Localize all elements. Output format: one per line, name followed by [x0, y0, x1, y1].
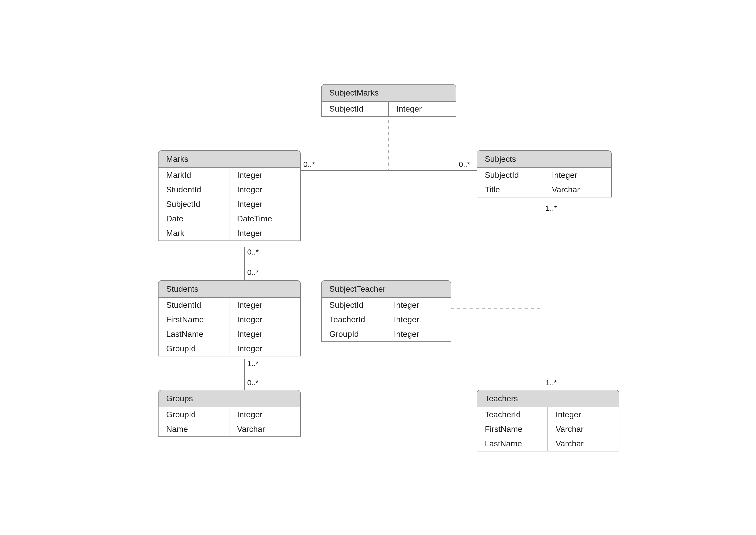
entity-subjectteacher[interactable]: SubjectTeacher SubjectId Integer Teacher… [321, 280, 451, 342]
field-type: Integer [386, 312, 451, 327]
field-type: Integer [548, 408, 619, 422]
field-name: LastName [477, 436, 548, 451]
entity-subjects[interactable]: Subjects SubjectId Integer Title Varchar [477, 150, 612, 197]
er-diagram-canvas: SubjectMarks SubjectId Integer Marks Mar… [0, 0, 756, 535]
field-type: DateTime [229, 211, 300, 226]
field-name: Date [159, 211, 229, 226]
entity-teachers-title: Teachers [477, 390, 619, 408]
table-row: StudentId Integer [159, 298, 300, 312]
entity-subjectteacher-body: SubjectId Integer TeacherId Integer Grou… [322, 298, 451, 341]
mult-subjects-bottom: 1..* [545, 204, 557, 212]
connectors-layer [0, 0, 756, 535]
field-name: GroupId [159, 341, 229, 356]
field-name: StudentId [159, 183, 229, 197]
field-name: GroupId [322, 327, 386, 341]
table-row: FirstName Varchar [477, 422, 619, 436]
field-type: Integer [229, 197, 300, 211]
field-type: Integer [229, 298, 300, 312]
entity-subjectmarks-title: SubjectMarks [322, 85, 456, 102]
field-type: Integer [386, 327, 451, 341]
field-name: SubjectId [159, 197, 229, 211]
table-row: FirstName Integer [159, 312, 300, 327]
entity-subjectmarks[interactable]: SubjectMarks SubjectId Integer [321, 84, 456, 117]
table-row: SubjectId Integer [322, 102, 456, 116]
field-type: Varchar [229, 422, 300, 436]
entity-marks-title: Marks [159, 151, 300, 168]
table-row: GroupId Integer [159, 408, 300, 422]
mult-groups-top: 0..* [247, 378, 259, 387]
entity-subjectteacher-title: SubjectTeacher [322, 281, 451, 298]
field-name: Name [159, 422, 229, 436]
entity-teachers-body: TeacherId Integer FirstName Varchar Last… [477, 408, 619, 451]
table-row: LastName Integer [159, 327, 300, 341]
field-name: Title [477, 183, 544, 197]
entity-groups-title: Groups [159, 390, 300, 408]
field-type: Varchar [548, 436, 619, 451]
entity-subjects-title: Subjects [477, 151, 611, 168]
table-row: Title Varchar [477, 183, 611, 197]
field-name: GroupId [159, 408, 229, 422]
entity-subjects-body: SubjectId Integer Title Varchar [477, 168, 611, 197]
field-name: TeacherId [322, 312, 386, 327]
field-type: Integer [229, 408, 300, 422]
field-type: Integer [229, 226, 300, 240]
mult-marks-right: 0..* [303, 160, 315, 169]
table-row: MarkId Integer [159, 168, 300, 183]
mult-marks-bottom: 0..* [247, 248, 259, 256]
entity-teachers[interactable]: Teachers TeacherId Integer FirstName Var… [477, 390, 619, 451]
field-type: Integer [229, 341, 300, 356]
field-type: Integer [229, 327, 300, 341]
table-row: StudentId Integer [159, 183, 300, 197]
table-row: GroupId Integer [159, 341, 300, 356]
field-name: LastName [159, 327, 229, 341]
table-row: TeacherId Integer [322, 312, 451, 327]
field-name: Mark [159, 226, 229, 240]
field-type: Integer [229, 183, 300, 197]
field-name: SubjectId [477, 168, 544, 183]
mult-subjects-left: 0..* [459, 160, 470, 169]
entity-students-body: StudentId Integer FirstName Integer Last… [159, 298, 300, 356]
entity-subjectmarks-body: SubjectId Integer [322, 102, 456, 116]
field-type: Integer [386, 298, 451, 312]
field-name: SubjectId [322, 102, 389, 116]
field-name: TeacherId [477, 408, 548, 422]
field-name: FirstName [159, 312, 229, 327]
field-name: FirstName [477, 422, 548, 436]
entity-groups[interactable]: Groups GroupId Integer Name Varchar [158, 390, 301, 437]
table-row: Mark Integer [159, 226, 300, 240]
field-type: Varchar [548, 422, 619, 436]
table-row: TeacherId Integer [477, 408, 619, 422]
field-name: MarkId [159, 168, 229, 183]
mult-students-top: 0..* [247, 268, 259, 277]
field-type: Varchar [544, 183, 611, 197]
entity-students[interactable]: Students StudentId Integer FirstName Int… [158, 280, 301, 356]
field-type: Integer [389, 102, 456, 116]
mult-teachers-top: 1..* [545, 378, 557, 387]
table-row: SubjectId Integer [477, 168, 611, 183]
table-row: LastName Varchar [477, 436, 619, 451]
entity-marks[interactable]: Marks MarkId Integer StudentId Integer S… [158, 150, 301, 241]
field-type: Integer [544, 168, 611, 183]
table-row: GroupId Integer [322, 327, 451, 341]
table-row: Name Varchar [159, 422, 300, 436]
mult-students-bottom: 1..* [247, 359, 259, 368]
entity-students-title: Students [159, 281, 300, 298]
table-row: SubjectId Integer [322, 298, 451, 312]
entity-marks-body: MarkId Integer StudentId Integer Subject… [159, 168, 300, 240]
table-row: SubjectId Integer [159, 197, 300, 211]
field-name: StudentId [159, 298, 229, 312]
field-type: Integer [229, 312, 300, 327]
table-row: Date DateTime [159, 211, 300, 226]
field-type: Integer [229, 168, 300, 183]
entity-groups-body: GroupId Integer Name Varchar [159, 408, 300, 436]
field-name: SubjectId [322, 298, 386, 312]
